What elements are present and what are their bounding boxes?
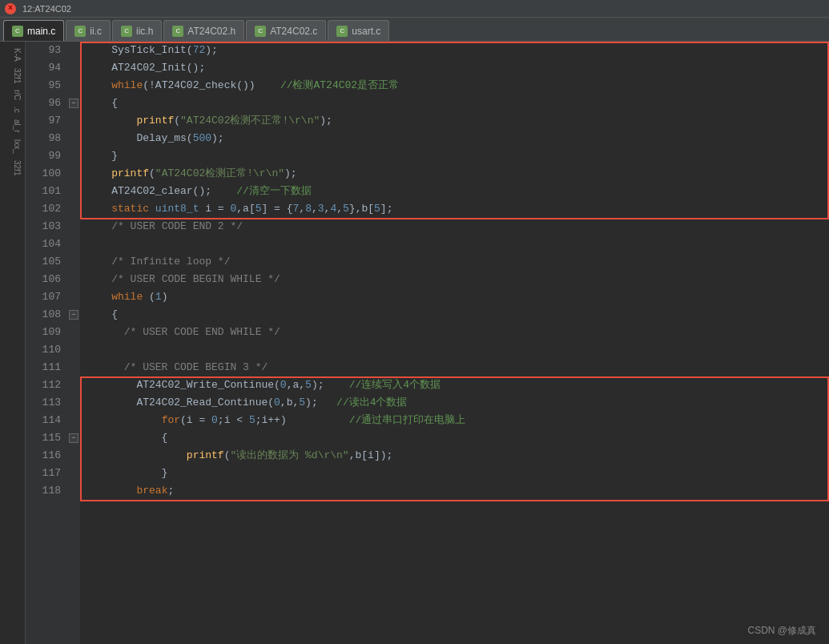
sidebar-label-1: 32f1: [2, 65, 23, 87]
watermark: CSDN @修成真: [742, 622, 821, 639]
fold-area-104: [67, 235, 80, 253]
fold-area-94: [67, 59, 80, 77]
fold-area-96: −: [67, 95, 80, 112]
code-line-93: SysTick_Init(72);: [87, 42, 829, 59]
code-line-115: {: [87, 429, 829, 447]
fold-area-106: [67, 271, 80, 288]
code-line-105: /* Infinite loop */: [87, 253, 829, 271]
code-line-116: printf("读出的数据为 %d\r\n",b[i]);: [87, 447, 829, 465]
fold-area-93: [67, 42, 80, 59]
line-number-103: 103: [26, 218, 67, 235]
fold-area-107: [67, 288, 80, 306]
code-line-114: for(i = 0;i < 5;i++) //通过串口打印在电脑上: [87, 412, 829, 429]
tab-label-main.c: main.c: [27, 26, 55, 37]
gutter-row-93: 93: [26, 42, 80, 59]
gutter-row-116: 116: [26, 447, 80, 465]
gutter-row-118: 118: [26, 482, 80, 500]
fold-area-100: [67, 165, 80, 183]
fold-area-112: [67, 376, 80, 394]
code-line-111: /* USER CODE BEGIN 3 */: [87, 359, 829, 376]
fold-area-98: [67, 130, 80, 147]
line-number-101: 101: [26, 183, 67, 200]
close-button[interactable]: ×: [5, 3, 16, 14]
gutter-row-105: 105: [26, 253, 80, 271]
code-line-110: [87, 341, 829, 359]
tab-usart.c[interactable]: Cusart.c: [328, 20, 389, 41]
line-number-97: 97: [26, 112, 67, 130]
line-number-112: 112: [26, 376, 67, 394]
gutter-row-95: 95: [26, 77, 80, 95]
gutter-row-114: 114: [26, 412, 80, 429]
code-line-100: printf("AT24C02检测正常!\r\n");: [87, 165, 829, 183]
gutter-row-96: 96−: [26, 95, 80, 112]
sidebar-label-6: 32f1: [2, 157, 23, 179]
tab-bar: Cmain.cCii.cCiic.hCAT24C02.hCAT24C02.cCu…: [0, 18, 829, 42]
gutter-row-106: 106: [26, 271, 80, 288]
fold-area-105: [67, 253, 80, 271]
line-number-99: 99: [26, 147, 67, 165]
tab-icon-AT24C02.h: C: [172, 26, 183, 37]
code-line-98: Delay_ms(500);: [87, 130, 829, 147]
tab-AT24C02.h[interactable]: CAT24C02.h: [163, 20, 244, 41]
code-line-108: {: [87, 306, 829, 324]
tab-icon-iic.h: C: [121, 26, 132, 37]
fold-area-118: [67, 482, 80, 500]
title-bar-text: 12:AT24C02: [22, 4, 71, 14]
fold-button-96[interactable]: −: [69, 99, 78, 108]
line-number-95: 95: [26, 77, 67, 95]
fold-area-108: −: [67, 306, 80, 324]
line-number-107: 107: [26, 288, 67, 306]
tab-icon-main.c: C: [12, 26, 23, 37]
line-number-102: 102: [26, 200, 67, 218]
code-scroll[interactable]: SysTick_Init(72); AT24C02_Init(); while(…: [80, 42, 829, 644]
line-number-109: 109: [26, 324, 67, 341]
code-line-96: {: [87, 95, 829, 112]
tab-AT24C02.c[interactable]: CAT24C02.c: [246, 20, 326, 41]
code-line-113: AT24C02_Read_Continue(0,b,5); //读出4个数据: [87, 394, 829, 412]
tab-icon-usart.c: C: [336, 26, 348, 37]
code-line-94: AT24C02_Init();: [87, 59, 829, 77]
gutter-row-111: 111: [26, 359, 80, 376]
line-number-93: 93: [26, 42, 67, 59]
code-line-102: static uint8_t i = 0,a[5] = {7,8,3,4,5},…: [87, 200, 829, 218]
tab-icon-AT24C02.c: C: [255, 26, 266, 37]
fold-area-102: [67, 200, 80, 218]
fold-area-110: [67, 341, 80, 359]
fold-area-115: −: [67, 429, 80, 447]
line-number-108: 108: [26, 306, 67, 324]
fold-area-97: [67, 112, 80, 130]
line-number-106: 106: [26, 271, 67, 288]
gutter-row-94: 94: [26, 59, 80, 77]
code-line-99: }: [87, 147, 829, 165]
code-line-97: printf("AT24C02检测不正常!\r\n");: [87, 112, 829, 130]
sidebar-label-2: r/C: [2, 87, 23, 103]
line-number-94: 94: [26, 59, 67, 77]
sidebar-label-4: al_r: [2, 116, 23, 136]
sidebar-label-3: .c: [2, 103, 23, 116]
gutter-row-103: 103: [26, 218, 80, 235]
line-number-111: 111: [26, 359, 67, 376]
tab-label-AT24C02.c: AT24C02.c: [270, 26, 317, 37]
line-number-96: 96: [26, 95, 67, 112]
tab-label-ii.c: ii.c: [90, 26, 102, 37]
gutter-row-97: 97: [26, 112, 80, 130]
fold-area-103: [67, 218, 80, 235]
fold-button-108[interactable]: −: [69, 310, 78, 320]
line-number-110: 110: [26, 341, 67, 359]
gutter-row-101: 101: [26, 183, 80, 200]
fold-button-115[interactable]: −: [69, 433, 78, 443]
fold-area-99: [67, 147, 80, 165]
tab-icon-ii.c: C: [74, 26, 86, 37]
tab-iic.h[interactable]: Ciic.h: [112, 20, 162, 41]
code-line-103: /* USER CODE END 2 */: [87, 218, 829, 235]
code-line-112: AT24C02_Write_Continue(0,a,5); //连续写入4个数…: [87, 376, 829, 394]
tab-ii.c[interactable]: Cii.c: [66, 20, 111, 41]
fold-area-101: [67, 183, 80, 200]
tab-label-iic.h: iic.h: [136, 26, 153, 37]
tab-main.c[interactable]: Cmain.c: [3, 20, 64, 41]
line-number-98: 98: [26, 130, 67, 147]
gutter-row-108: 108−: [26, 306, 80, 324]
fold-area-111: [67, 359, 80, 376]
code-line-109: /* USER CODE END WHILE */: [87, 324, 829, 341]
sidebar-label-5: lxx_: [2, 136, 23, 157]
